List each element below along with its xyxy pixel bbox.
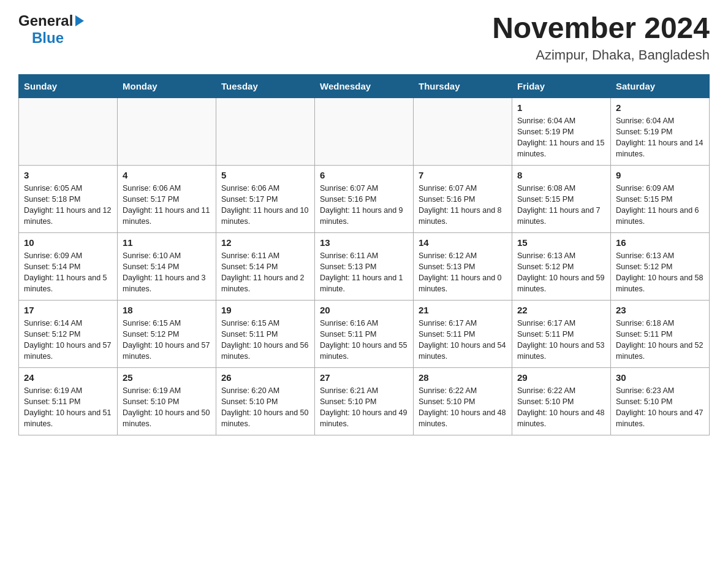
day-number: 29 — [517, 372, 605, 383]
calendar-week-row: 17Sunrise: 6:14 AMSunset: 5:12 PMDayligh… — [19, 300, 710, 367]
header-monday: Monday — [118, 74, 216, 98]
calendar-cell: 12Sunrise: 6:11 AMSunset: 5:14 PMDayligh… — [216, 232, 315, 300]
day-number: 12 — [221, 237, 309, 248]
calendar-cell: 1Sunrise: 6:04 AMSunset: 5:19 PMDaylight… — [512, 98, 611, 165]
calendar-cell: 15Sunrise: 6:13 AMSunset: 5:12 PMDayligh… — [512, 232, 611, 300]
calendar-table: Sunday Monday Tuesday Wednesday Thursday… — [18, 74, 710, 435]
day-info: Sunrise: 6:13 AMSunset: 5:12 PMDaylight:… — [517, 250, 605, 295]
calendar-cell: 21Sunrise: 6:17 AMSunset: 5:11 PMDayligh… — [414, 300, 512, 367]
day-number: 8 — [517, 170, 605, 180]
day-number: 26 — [221, 372, 309, 383]
day-number: 11 — [123, 237, 211, 248]
day-number: 2 — [616, 102, 704, 113]
calendar-cell: 24Sunrise: 6:19 AMSunset: 5:11 PMDayligh… — [19, 367, 118, 435]
calendar-cell: 6Sunrise: 6:07 AMSunset: 5:16 PMDaylight… — [315, 165, 414, 232]
day-number: 9 — [616, 170, 704, 180]
logo-arrow-icon — [74, 14, 85, 28]
day-number: 20 — [320, 305, 408, 315]
day-number: 10 — [24, 237, 112, 248]
header-wednesday: Wednesday — [315, 74, 414, 98]
calendar-cell: 3Sunrise: 6:05 AMSunset: 5:18 PMDaylight… — [19, 165, 118, 232]
header-sunday: Sunday — [19, 74, 118, 98]
day-number: 19 — [221, 305, 309, 315]
day-number: 5 — [221, 170, 309, 180]
calendar-cell: 11Sunrise: 6:10 AMSunset: 5:14 PMDayligh… — [118, 232, 216, 300]
calendar-cell: 23Sunrise: 6:18 AMSunset: 5:11 PMDayligh… — [611, 300, 710, 367]
calendar-cell: 29Sunrise: 6:22 AMSunset: 5:10 PMDayligh… — [512, 367, 611, 435]
calendar-week-row: 10Sunrise: 6:09 AMSunset: 5:14 PMDayligh… — [19, 232, 710, 300]
page-header: General Blue November 2024 Azimpur, Dhak… — [18, 12, 710, 63]
day-info: Sunrise: 6:07 AMSunset: 5:16 PMDaylight:… — [419, 183, 507, 228]
calendar-cell: 14Sunrise: 6:12 AMSunset: 5:13 PMDayligh… — [414, 232, 512, 300]
days-of-week-row: Sunday Monday Tuesday Wednesday Thursday… — [19, 74, 710, 98]
calendar-cell: 17Sunrise: 6:14 AMSunset: 5:12 PMDayligh… — [19, 300, 118, 367]
day-number: 15 — [517, 237, 605, 248]
logo: General Blue — [18, 12, 85, 47]
day-number: 27 — [320, 372, 408, 383]
calendar-cell: 18Sunrise: 6:15 AMSunset: 5:12 PMDayligh… — [118, 300, 216, 367]
calendar-cell: 4Sunrise: 6:06 AMSunset: 5:17 PMDaylight… — [118, 165, 216, 232]
day-info: Sunrise: 6:06 AMSunset: 5:17 PMDaylight:… — [123, 183, 211, 228]
day-info: Sunrise: 6:23 AMSunset: 5:10 PMDaylight:… — [616, 385, 704, 430]
day-info: Sunrise: 6:15 AMSunset: 5:11 PMDaylight:… — [221, 318, 309, 362]
day-number: 4 — [123, 170, 211, 180]
day-info: Sunrise: 6:05 AMSunset: 5:18 PMDaylight:… — [24, 183, 112, 228]
day-info: Sunrise: 6:16 AMSunset: 5:11 PMDaylight:… — [320, 318, 408, 362]
day-info: Sunrise: 6:19 AMSunset: 5:10 PMDaylight:… — [123, 385, 211, 430]
calendar-body: 1Sunrise: 6:04 AMSunset: 5:19 PMDaylight… — [19, 98, 710, 435]
day-number: 18 — [123, 305, 211, 315]
day-info: Sunrise: 6:09 AMSunset: 5:14 PMDaylight:… — [24, 250, 112, 295]
day-number: 22 — [517, 305, 605, 315]
calendar-cell — [118, 98, 216, 165]
day-number: 14 — [419, 237, 507, 248]
header-thursday: Thursday — [414, 74, 512, 98]
day-info: Sunrise: 6:04 AMSunset: 5:19 PMDaylight:… — [517, 115, 605, 160]
day-info: Sunrise: 6:15 AMSunset: 5:12 PMDaylight:… — [123, 318, 211, 362]
calendar-cell: 25Sunrise: 6:19 AMSunset: 5:10 PMDayligh… — [118, 367, 216, 435]
month-title: November 2024 — [492, 12, 710, 45]
location-text: Azimpur, Dhaka, Bangladesh — [492, 47, 710, 63]
svg-marker-0 — [75, 15, 84, 26]
calendar-cell: 10Sunrise: 6:09 AMSunset: 5:14 PMDayligh… — [19, 232, 118, 300]
day-number: 21 — [419, 305, 507, 315]
day-info: Sunrise: 6:08 AMSunset: 5:15 PMDaylight:… — [517, 183, 605, 228]
calendar-cell: 28Sunrise: 6:22 AMSunset: 5:10 PMDayligh… — [414, 367, 512, 435]
calendar-cell: 27Sunrise: 6:21 AMSunset: 5:10 PMDayligh… — [315, 367, 414, 435]
calendar-cell: 26Sunrise: 6:20 AMSunset: 5:10 PMDayligh… — [216, 367, 315, 435]
day-info: Sunrise: 6:17 AMSunset: 5:11 PMDaylight:… — [517, 318, 605, 362]
day-number: 6 — [320, 170, 408, 180]
calendar-cell: 19Sunrise: 6:15 AMSunset: 5:11 PMDayligh… — [216, 300, 315, 367]
day-number: 16 — [616, 237, 704, 248]
day-info: Sunrise: 6:06 AMSunset: 5:17 PMDaylight:… — [221, 183, 309, 228]
day-number: 30 — [616, 372, 704, 383]
title-area: November 2024 Azimpur, Dhaka, Bangladesh — [492, 12, 710, 63]
calendar-week-row: 3Sunrise: 6:05 AMSunset: 5:18 PMDaylight… — [19, 165, 710, 232]
day-info: Sunrise: 6:22 AMSunset: 5:10 PMDaylight:… — [419, 385, 507, 430]
calendar-cell: 7Sunrise: 6:07 AMSunset: 5:16 PMDaylight… — [414, 165, 512, 232]
day-info: Sunrise: 6:20 AMSunset: 5:10 PMDaylight:… — [221, 385, 309, 430]
day-info: Sunrise: 6:04 AMSunset: 5:19 PMDaylight:… — [616, 115, 704, 160]
day-info: Sunrise: 6:17 AMSunset: 5:11 PMDaylight:… — [419, 318, 507, 362]
day-info: Sunrise: 6:09 AMSunset: 5:15 PMDaylight:… — [616, 183, 704, 228]
calendar-cell: 22Sunrise: 6:17 AMSunset: 5:11 PMDayligh… — [512, 300, 611, 367]
header-friday: Friday — [512, 74, 611, 98]
day-number: 7 — [419, 170, 507, 180]
day-info: Sunrise: 6:10 AMSunset: 5:14 PMDaylight:… — [123, 250, 211, 295]
day-info: Sunrise: 6:22 AMSunset: 5:10 PMDaylight:… — [517, 385, 605, 430]
calendar-cell: 16Sunrise: 6:13 AMSunset: 5:12 PMDayligh… — [611, 232, 710, 300]
logo-blue-text: Blue — [32, 29, 64, 46]
day-number: 13 — [320, 237, 408, 248]
day-info: Sunrise: 6:12 AMSunset: 5:13 PMDaylight:… — [419, 250, 507, 295]
day-info: Sunrise: 6:19 AMSunset: 5:11 PMDaylight:… — [24, 385, 112, 430]
day-info: Sunrise: 6:21 AMSunset: 5:10 PMDaylight:… — [320, 385, 408, 430]
day-number: 17 — [24, 305, 112, 315]
day-number: 3 — [24, 170, 112, 180]
day-info: Sunrise: 6:11 AMSunset: 5:14 PMDaylight:… — [221, 250, 309, 295]
day-number: 25 — [123, 372, 211, 383]
calendar-cell — [414, 98, 512, 165]
day-number: 1 — [517, 102, 605, 113]
calendar-cell — [216, 98, 315, 165]
calendar-cell: 20Sunrise: 6:16 AMSunset: 5:11 PMDayligh… — [315, 300, 414, 367]
header-saturday: Saturday — [611, 74, 710, 98]
logo-general-text: General — [18, 12, 73, 29]
